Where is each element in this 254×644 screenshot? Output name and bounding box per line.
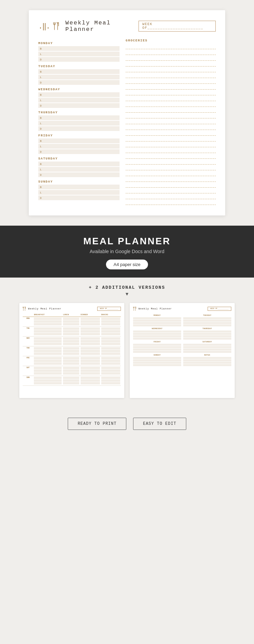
mini-cell-row	[34, 318, 62, 320]
mini-day-section: WEDNESDAY	[133, 328, 181, 340]
mini-meal-cell	[62, 327, 80, 337]
mini-meal-cell	[101, 356, 121, 366]
mini-meal-row	[183, 348, 231, 351]
meal-label: D	[40, 58, 42, 61]
chevron-down-icon: ▼	[0, 291, 254, 297]
meal-row: L	[38, 144, 120, 149]
meal-label: B	[40, 186, 42, 189]
grocery-line	[126, 166, 216, 170]
mini-meal-row	[183, 333, 231, 335]
meal-label: D	[40, 196, 42, 200]
banner-subtitle: Available in Google Docs and Word	[7, 249, 247, 254]
mini-cell-row	[101, 340, 120, 342]
day-label-tuesday: TUESDAY	[38, 64, 120, 68]
mini-cell-row	[63, 353, 79, 355]
grocery-line	[126, 200, 216, 205]
mini-cell-row	[34, 323, 62, 325]
meal-row: B	[38, 138, 120, 143]
mini-card-1-title-wrap: Weekly Meal Planner	[23, 306, 62, 311]
day-label-sunday: SUNDAY	[38, 180, 120, 184]
mini-day-head: SATURDAY	[183, 341, 231, 343]
meal-row: B	[38, 46, 120, 51]
mini-day-section: THURSDAY	[183, 328, 231, 340]
grocery-line	[126, 62, 216, 67]
mini-meal-row	[183, 338, 231, 340]
grocery-line	[126, 143, 216, 147]
grocery-line	[126, 102, 216, 107]
mini-card-2-title-wrap: Weekly Meal Planner	[133, 306, 172, 311]
grocery-line	[126, 137, 216, 141]
mini-cell-row	[63, 357, 79, 359]
grocery-line	[126, 154, 216, 159]
mini-two-col-layout: MONDAYWEDNESDAYFRIDAYSUNDAYTUESDAYTHURSD…	[133, 313, 231, 366]
mini-card-2-title: Weekly Meal Planner	[139, 307, 172, 310]
grocery-line	[126, 108, 216, 113]
grocery-line	[126, 85, 216, 90]
mini-card-1-header: Weekly Meal Planner WEEK OF___________	[23, 306, 121, 311]
mini-day-head: THURSDAY	[183, 328, 231, 330]
mini-day-head: FRIDAY	[133, 341, 181, 343]
meal-label: B	[40, 139, 42, 143]
mini-day-head: MONDAY	[133, 315, 181, 317]
mini-cell-row	[101, 382, 120, 384]
meal-row: D	[38, 80, 120, 85]
mini-cell-row	[63, 327, 79, 330]
mini-cell-row	[81, 337, 100, 340]
mini-day-section: FRIDAY	[133, 341, 181, 353]
mini-table-row: WED	[23, 337, 121, 346]
mini-meal-row	[183, 324, 231, 326]
mini-meal-cell	[33, 327, 62, 337]
meal-row: D	[38, 126, 120, 131]
mini-cell-row	[81, 367, 100, 369]
mini-cell-row	[101, 320, 120, 323]
meal-label: B	[40, 163, 42, 166]
mini-meal-row	[183, 362, 231, 364]
mini-utensils-icon-2	[133, 306, 137, 311]
mini-meal-cell	[33, 366, 62, 376]
mini-meal-cell	[101, 366, 121, 376]
additional-section: + 2 ADDITIONAL VERSIONS ▼	[0, 278, 254, 410]
mini-cell-row	[63, 337, 79, 340]
mini-table-row: SAT	[23, 366, 121, 376]
title-wrap: .‖. Weekly Meal Planner	[38, 20, 139, 33]
mini-meal-row	[133, 338, 181, 340]
mini-day-section: NOTES	[183, 354, 231, 366]
meal-label: B	[40, 116, 42, 119]
mini-cell-row	[63, 330, 79, 333]
meal-row: B	[38, 92, 120, 97]
mini-cell-row	[34, 340, 62, 342]
mini-cell-row	[101, 372, 120, 375]
grocery-line	[126, 114, 216, 118]
mini-card-1-week: WEEK OF___________	[97, 307, 121, 311]
ready-to-print-button[interactable]: READY TO PRINT	[68, 418, 126, 430]
mini-cell-row	[63, 343, 79, 345]
mini-day-cell: SAT	[23, 366, 33, 376]
meal-row: L	[38, 98, 120, 102]
mini-day-cell: TUE	[23, 327, 33, 337]
banner-title: MEAL PLANNER	[7, 236, 247, 247]
grocery-line	[126, 73, 216, 78]
mini-cell-row	[81, 382, 100, 384]
mini-meal-row	[133, 317, 181, 319]
mini-cell-row	[63, 367, 79, 369]
easy-to-edit-button[interactable]: EASY TO EDIT	[133, 418, 186, 430]
mini-cell-row	[101, 360, 120, 362]
mini-day-head: SUNDAY	[133, 354, 181, 356]
meal-label: B	[40, 93, 42, 96]
mini-cell-row	[63, 360, 79, 362]
mini-cell-row	[101, 362, 120, 365]
card-title: Weekly Meal Planner	[65, 20, 139, 33]
mini-meal-row	[183, 320, 231, 322]
mini-cell-row	[101, 337, 120, 340]
mini-meal-row	[133, 357, 181, 359]
mini-cell-row	[101, 379, 120, 382]
mini-cell-row	[81, 320, 100, 323]
mini-meal-cell	[62, 337, 80, 346]
meal-label: D	[40, 81, 42, 84]
mini-cell-row	[101, 327, 120, 330]
mini-cell-row	[81, 323, 100, 325]
mini-table-row: SUN	[23, 376, 121, 386]
meal-label: L	[40, 145, 42, 148]
grocery-line	[126, 171, 216, 176]
meal-row: L	[38, 167, 120, 172]
